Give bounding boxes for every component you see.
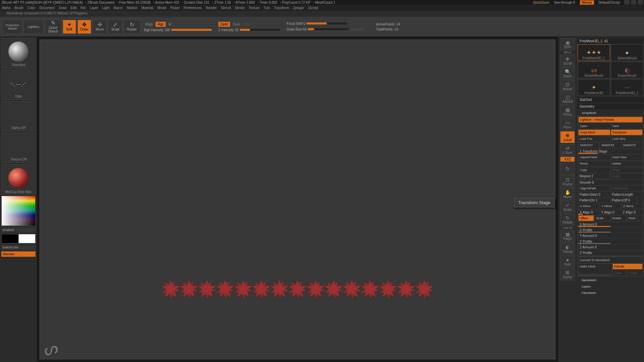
open-button[interactable]: Open (578, 123, 610, 129)
gradient-button[interactable]: Gradient (1, 227, 36, 233)
subtool-section[interactable]: SubTool (578, 97, 643, 103)
yalign-slider[interactable]: Y Align 0 (600, 209, 621, 215)
menu-item[interactable]: Tool (264, 6, 270, 10)
save-button[interactable]: Save (611, 123, 643, 129)
layers-section[interactable]: Layers (580, 284, 643, 289)
menu-item[interactable]: Brush (15, 6, 23, 10)
secondary-color[interactable] (1, 234, 18, 243)
move-button[interactable]: ✢Move (93, 20, 107, 34)
bpr-button[interactable]: ▣BPR (560, 38, 575, 50)
transform-stage-slider[interactable]: 1 Transform Stage (578, 148, 643, 154)
reset-button[interactable]: Reset (578, 161, 610, 167)
tool-item[interactable]: ᔕSimpleBrush (578, 62, 610, 78)
alternate-button[interactable]: Alternate (1, 251, 36, 257)
aligntopath-button[interactable]: AlignToPath (578, 185, 610, 191)
edit-button[interactable]: ✦Edit (63, 20, 76, 34)
menu-item[interactable]: Color (28, 6, 36, 10)
menu-item[interactable]: Marker (127, 6, 137, 10)
paste-button[interactable]: Paste (611, 167, 643, 173)
transpose-toggle[interactable]: Transpose (611, 129, 643, 135)
tool-item[interactable]: ✦✦✦PolyMesh3D_1 (578, 44, 610, 61)
menu-item[interactable]: Draw (59, 6, 66, 10)
switchxz-button[interactable]: SwitchXZ (600, 142, 621, 148)
offset-tab[interactable]: Offset (578, 215, 594, 221)
xmirror-button[interactable]: X Mirror (578, 203, 599, 209)
scale-nav-button[interactable]: ⤢Scale (560, 201, 575, 213)
rgb-intensity-slider[interactable]: Rgb Intensity 100 (144, 28, 170, 32)
projection-master-button[interactable]: Projection Master (3, 20, 22, 34)
zmirror-button[interactable]: Z Mirror (622, 203, 643, 209)
x-amount-slider[interactable]: X Amount 0 (578, 222, 643, 227)
menus-button[interactable]: Menus (580, 0, 594, 5)
menu-item[interactable]: Movie (157, 6, 166, 10)
y-profile-button[interactable]: Y Profile (578, 239, 643, 244)
z-intensity-slider[interactable]: Z Intensity 25 (218, 28, 238, 32)
rotate-axis-button[interactable]: ↻ (560, 163, 575, 175)
aligntoaxis-button[interactable]: AlignToAxis (611, 185, 643, 191)
mrgb-button[interactable]: Mrgb (144, 22, 154, 27)
m-button[interactable]: M (167, 22, 172, 27)
lock-pos-button[interactable]: Lock Pos (578, 136, 610, 142)
min-icon[interactable] (625, 0, 629, 4)
texture-thumb[interactable]: Texture Off (1, 133, 36, 163)
smooth-slider[interactable]: Smooth 0 (578, 180, 643, 185)
menu-item[interactable]: Zplugin (293, 6, 304, 10)
menu-item[interactable]: Alpha (2, 6, 11, 10)
seethrough-slider[interactable]: See-through 0 (554, 1, 575, 4)
default-script[interactable]: DefaultZScript (599, 1, 620, 4)
actual-button[interactable]: ⊡Actual (560, 80, 575, 92)
patternstart-slider[interactable]: PatternStart 0 (578, 192, 610, 197)
polyf-button[interactable]: ▦PolyF (560, 230, 575, 242)
lightbox-button[interactable]: LightBox (23, 20, 44, 34)
zsub-button[interactable]: Zsub (231, 22, 241, 27)
patternon-slider[interactable]: PatternOn 1 (578, 197, 610, 203)
nanomesh-section[interactable]: NanoMesh (580, 278, 643, 283)
dynamic-toggle[interactable]: Dynamic (350, 27, 365, 32)
rotate-button[interactable]: ↻Rotate (124, 20, 140, 34)
fibermesh-section[interactable]: FiberMesh (580, 290, 643, 296)
z-profile-button[interactable]: Z Profile (578, 250, 643, 255)
brush-thumb[interactable]: Standard (1, 38, 36, 68)
rgb-button[interactable]: Rgb (156, 22, 166, 27)
move-nav-button[interactable]: ✋Move (560, 188, 575, 200)
rotate-nav-button[interactable]: ↻Rotate (560, 214, 575, 226)
menu-item[interactable]: Transform (274, 6, 289, 10)
menu-item[interactable]: Texture (249, 6, 260, 10)
menu-item[interactable]: Macro (114, 6, 123, 10)
patternlength-slider[interactable]: PatternLength (611, 192, 643, 197)
x-profile-button[interactable]: X Profile (578, 227, 643, 233)
rotate-tab[interactable]: Rotate (611, 215, 627, 221)
menu-item[interactable]: Picker (170, 6, 180, 10)
array-mesh-toggle[interactable]: Array Mesh (578, 129, 610, 135)
extrude-button[interactable]: Extrude (612, 263, 643, 269)
arraymesh-section[interactable]: ArrayMesh (580, 110, 643, 116)
convert-nanomesh-button[interactable]: Convert To NanoMesh (578, 257, 643, 263)
menu-item[interactable]: Stroke (235, 6, 245, 10)
switchxy-button[interactable]: SwitchXY (578, 142, 599, 148)
zalign-slider[interactable]: Z Align 0 (622, 209, 643, 215)
tool-item[interactable]: ●SphereBrush (611, 44, 643, 61)
scale-button[interactable]: ⤢Scale (108, 20, 122, 34)
scroll-button[interactable]: ✥Scroll (560, 55, 575, 67)
quicksave-button[interactable]: QuickSave (533, 1, 549, 4)
spix-slider[interactable]: SPix 3 (564, 51, 571, 54)
local-button[interactable]: ⊕Local (560, 131, 575, 143)
zadd-button[interactable]: Zadd (218, 22, 230, 27)
tool-item[interactable]: ✦PolyMesh3D (578, 79, 610, 96)
frame-button[interactable]: ⊡Frame (560, 175, 575, 187)
chain-button[interactable]: Chain (610, 173, 643, 179)
repeat-slider[interactable]: Repeat 2 (578, 173, 610, 179)
xalign-slider[interactable]: X Align 0 (578, 209, 599, 215)
delete-button[interactable]: Delete (611, 161, 643, 167)
close-button[interactable]: Close (612, 270, 628, 276)
xpose-button[interactable]: ⊞Xpose (560, 268, 575, 280)
geometry-section[interactable]: Geometry (578, 104, 643, 109)
menu-item[interactable]: Edit (71, 6, 76, 10)
switchcolor-button[interactable]: SwitchColor (1, 245, 36, 250)
tool-item[interactable]: ◐EraserBrush (611, 62, 643, 78)
patternoff-slider[interactable]: PatternOff 0 (611, 197, 643, 203)
draw-size-slider[interactable]: Draw Size 64 (287, 27, 307, 31)
copy-button[interactable]: Copy (578, 167, 610, 173)
scale-tab[interactable]: Scale (594, 215, 610, 221)
lock-size-button[interactable]: Lock Size (611, 136, 643, 142)
